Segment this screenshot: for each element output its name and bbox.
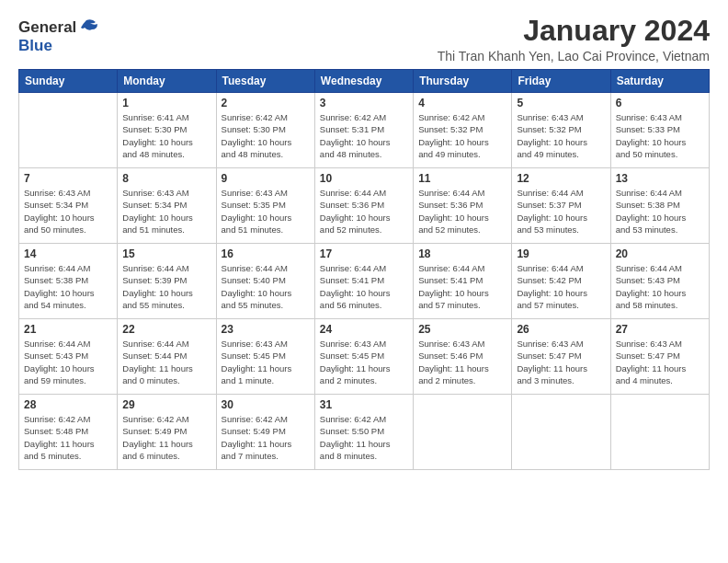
calendar-day-cell: 6Sunrise: 6:43 AMSunset: 5:33 PMDaylight… [610, 93, 709, 168]
day-number: 15 [122, 247, 210, 260]
day-info: Sunrise: 6:44 AMSunset: 5:42 PMDaylight:… [517, 262, 605, 311]
calendar-day-cell [414, 395, 512, 470]
day-info: Sunrise: 6:42 AMSunset: 5:48 PMDaylight:… [24, 413, 112, 462]
calendar-day-cell: 12Sunrise: 6:44 AMSunset: 5:37 PMDayligh… [512, 168, 610, 244]
day-number: 4 [418, 97, 506, 109]
calendar-day-cell: 1Sunrise: 6:41 AMSunset: 5:30 PMDaylight… [118, 93, 216, 168]
day-number: 20 [616, 247, 704, 260]
day-number: 14 [24, 247, 112, 260]
day-number: 17 [320, 247, 408, 260]
day-info: Sunrise: 6:43 AMSunset: 5:45 PMDaylight:… [320, 338, 408, 386]
logo-bird-icon [79, 18, 99, 35]
calendar-week-row: 28Sunrise: 6:42 AMSunset: 5:48 PMDayligh… [19, 395, 710, 470]
calendar-day-cell [610, 395, 709, 470]
day-number: 27 [616, 323, 704, 336]
calendar-day-cell: 31Sunrise: 6:42 AMSunset: 5:50 PMDayligh… [314, 395, 413, 470]
day-info: Sunrise: 6:44 AMSunset: 5:41 PMDaylight:… [320, 262, 408, 311]
day-number: 18 [418, 247, 506, 260]
day-number: 22 [122, 323, 210, 336]
day-info: Sunrise: 6:44 AMSunset: 5:37 PMDaylight:… [517, 187, 605, 236]
day-info: Sunrise: 6:42 AMSunset: 5:31 PMDaylight:… [320, 111, 408, 160]
calendar-week-row: 14Sunrise: 6:44 AMSunset: 5:38 PMDayligh… [19, 244, 710, 319]
calendar-week-row: 7Sunrise: 6:43 AMSunset: 5:34 PMDaylight… [19, 168, 710, 244]
day-info: Sunrise: 6:44 AMSunset: 5:41 PMDaylight:… [418, 262, 506, 311]
day-number: 30 [222, 398, 310, 411]
day-info: Sunrise: 6:44 AMSunset: 5:39 PMDaylight:… [122, 262, 210, 311]
calendar-day-cell: 24Sunrise: 6:43 AMSunset: 5:45 PMDayligh… [314, 319, 413, 395]
header-area: General Blue January 2024 Thi Tran Khanh… [18, 15, 710, 63]
calendar-day-cell: 2Sunrise: 6:42 AMSunset: 5:30 PMDaylight… [216, 93, 314, 168]
day-info: Sunrise: 6:42 AMSunset: 5:30 PMDaylight:… [222, 111, 310, 160]
header-sunday: Sunday [19, 70, 118, 93]
calendar-day-cell [19, 93, 118, 168]
header-wednesday: Wednesday [314, 70, 413, 93]
day-info: Sunrise: 6:44 AMSunset: 5:38 PMDaylight:… [616, 187, 704, 236]
day-number: 10 [320, 172, 408, 185]
day-number: 28 [24, 398, 112, 411]
day-number: 25 [418, 323, 506, 336]
day-number: 31 [320, 398, 408, 411]
calendar-day-cell: 25Sunrise: 6:43 AMSunset: 5:46 PMDayligh… [414, 319, 512, 395]
day-info: Sunrise: 6:43 AMSunset: 5:45 PMDaylight:… [222, 338, 310, 386]
location-subtitle: Thi Tran Khanh Yen, Lao Cai Province, Vi… [438, 49, 710, 63]
calendar-day-cell: 21Sunrise: 6:44 AMSunset: 5:43 PMDayligh… [19, 319, 118, 395]
calendar-day-cell: 28Sunrise: 6:42 AMSunset: 5:48 PMDayligh… [19, 395, 118, 470]
day-info: Sunrise: 6:44 AMSunset: 5:43 PMDaylight:… [24, 338, 112, 386]
day-number: 1 [122, 97, 210, 109]
day-number: 3 [320, 97, 408, 109]
calendar-day-cell: 7Sunrise: 6:43 AMSunset: 5:34 PMDaylight… [19, 168, 118, 244]
title-area: January 2024 Thi Tran Khanh Yen, Lao Cai… [438, 15, 710, 63]
day-number: 19 [517, 247, 605, 260]
calendar-day-cell: 27Sunrise: 6:43 AMSunset: 5:47 PMDayligh… [610, 319, 709, 395]
day-number: 26 [517, 323, 605, 336]
day-info: Sunrise: 6:44 AMSunset: 5:36 PMDaylight:… [418, 187, 506, 236]
logo-general: General [18, 18, 76, 37]
header-monday: Monday [118, 70, 216, 93]
calendar-day-cell: 16Sunrise: 6:44 AMSunset: 5:40 PMDayligh… [216, 244, 314, 319]
day-info: Sunrise: 6:43 AMSunset: 5:33 PMDaylight:… [616, 111, 704, 160]
day-number: 24 [320, 323, 408, 336]
calendar-day-cell: 19Sunrise: 6:44 AMSunset: 5:42 PMDayligh… [512, 244, 610, 319]
header-thursday: Thursday [414, 70, 512, 93]
calendar-day-cell: 29Sunrise: 6:42 AMSunset: 5:49 PMDayligh… [118, 395, 216, 470]
header-tuesday: Tuesday [216, 70, 314, 93]
calendar-table: Sunday Monday Tuesday Wednesday Thursday… [18, 69, 710, 470]
day-info: Sunrise: 6:44 AMSunset: 5:43 PMDaylight:… [616, 262, 704, 311]
header-friday: Friday [512, 70, 610, 93]
day-info: Sunrise: 6:44 AMSunset: 5:38 PMDaylight:… [24, 262, 112, 311]
page: General Blue January 2024 Thi Tran Khanh… [0, 0, 728, 563]
day-info: Sunrise: 6:44 AMSunset: 5:44 PMDaylight:… [122, 338, 210, 386]
logo-blue: Blue [18, 37, 52, 54]
day-number: 6 [616, 97, 704, 109]
calendar-day-cell: 26Sunrise: 6:43 AMSunset: 5:47 PMDayligh… [512, 319, 610, 395]
calendar-day-cell: 8Sunrise: 6:43 AMSunset: 5:34 PMDaylight… [118, 168, 216, 244]
calendar-day-cell: 13Sunrise: 6:44 AMSunset: 5:38 PMDayligh… [610, 168, 709, 244]
day-info: Sunrise: 6:42 AMSunset: 5:49 PMDaylight:… [122, 413, 210, 462]
calendar-day-cell: 23Sunrise: 6:43 AMSunset: 5:45 PMDayligh… [216, 319, 314, 395]
calendar-day-cell: 14Sunrise: 6:44 AMSunset: 5:38 PMDayligh… [19, 244, 118, 319]
calendar-day-cell: 5Sunrise: 6:43 AMSunset: 5:32 PMDaylight… [512, 93, 610, 168]
calendar-day-cell: 3Sunrise: 6:42 AMSunset: 5:31 PMDaylight… [314, 93, 413, 168]
day-info: Sunrise: 6:43 AMSunset: 5:32 PMDaylight:… [517, 111, 605, 160]
day-info: Sunrise: 6:43 AMSunset: 5:47 PMDaylight:… [616, 338, 704, 386]
calendar-day-cell: 20Sunrise: 6:44 AMSunset: 5:43 PMDayligh… [610, 244, 709, 319]
day-number: 12 [517, 172, 605, 185]
day-info: Sunrise: 6:42 AMSunset: 5:49 PMDaylight:… [222, 413, 310, 462]
day-info: Sunrise: 6:43 AMSunset: 5:47 PMDaylight:… [517, 338, 605, 386]
calendar-day-cell: 22Sunrise: 6:44 AMSunset: 5:44 PMDayligh… [118, 319, 216, 395]
calendar-day-cell: 15Sunrise: 6:44 AMSunset: 5:39 PMDayligh… [118, 244, 216, 319]
day-number: 29 [122, 398, 210, 411]
day-info: Sunrise: 6:44 AMSunset: 5:36 PMDaylight:… [320, 187, 408, 236]
day-info: Sunrise: 6:43 AMSunset: 5:46 PMDaylight:… [418, 338, 506, 386]
calendar-day-cell: 4Sunrise: 6:42 AMSunset: 5:32 PMDaylight… [414, 93, 512, 168]
day-info: Sunrise: 6:42 AMSunset: 5:50 PMDaylight:… [320, 413, 408, 462]
day-number: 13 [616, 172, 704, 185]
day-number: 7 [24, 172, 112, 185]
day-number: 16 [222, 247, 310, 260]
day-number: 8 [122, 172, 210, 185]
day-number: 5 [517, 97, 605, 109]
day-info: Sunrise: 6:43 AMSunset: 5:34 PMDaylight:… [24, 187, 112, 236]
calendar-day-cell: 17Sunrise: 6:44 AMSunset: 5:41 PMDayligh… [314, 244, 413, 319]
calendar-day-cell: 30Sunrise: 6:42 AMSunset: 5:49 PMDayligh… [216, 395, 314, 470]
day-info: Sunrise: 6:41 AMSunset: 5:30 PMDaylight:… [122, 111, 210, 160]
